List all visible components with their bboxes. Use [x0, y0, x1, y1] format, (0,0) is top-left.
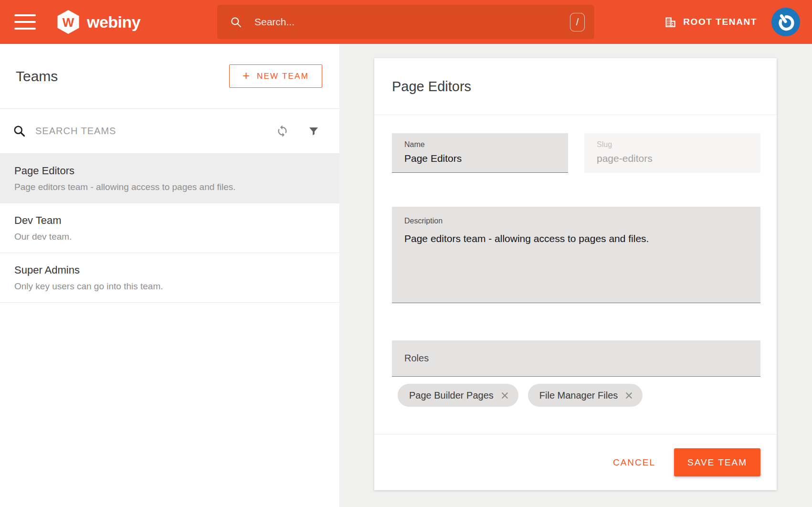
new-team-button[interactable]: + NEW TEAM — [229, 64, 322, 88]
tenant-label: ROOT TENANT — [683, 17, 757, 27]
tenant-selector[interactable]: ROOT TENANT — [664, 16, 757, 29]
global-search-input[interactable] — [217, 5, 594, 39]
description-field[interactable]: Description Page editors team - allowing… — [392, 207, 760, 303]
slug-field-value: page-editors — [597, 153, 760, 164]
form-title: Page Editors — [392, 79, 471, 95]
team-name: Dev Team — [14, 214, 325, 227]
teams-search-row — [0, 109, 339, 154]
topbar-right-cluster: ROOT TENANT — [664, 0, 800, 44]
search-shortcut-badge: / — [570, 13, 585, 32]
search-icon — [13, 125, 26, 137]
user-avatar[interactable] — [771, 8, 800, 36]
team-list-item-dev-team[interactable]: Dev Team Our dev team. — [0, 203, 339, 253]
roles-chips: Page Builder Pages File Manager Files — [392, 384, 760, 407]
description-field-label: Description — [404, 217, 760, 225]
description-field-value: Page editors team - allowing access to p… — [404, 233, 760, 244]
name-field-label: Name — [404, 140, 568, 149]
team-form-card: Page Editors Name Page Editors Slug page… — [374, 58, 777, 490]
form-footer: CANCEL SAVE TEAM — [374, 434, 777, 490]
teams-list-panel: Teams + NEW TEAM Page Editor — [0, 44, 339, 507]
refresh-button[interactable] — [276, 125, 289, 137]
chip-label: Page Builder Pages — [409, 390, 494, 401]
list-actions — [276, 125, 319, 137]
form-body: Name Page Editors Slug page-editors Desc… — [374, 133, 777, 407]
webiny-hexagon-icon: W — [56, 10, 80, 34]
slug-field: Slug page-editors — [584, 133, 760, 173]
name-field-value: Page Editors — [404, 153, 568, 164]
brand-wordmark: webiny — [87, 13, 140, 32]
webiny-logo: W webiny — [56, 10, 140, 34]
building-icon — [664, 16, 677, 29]
new-team-button-label: NEW TEAM — [257, 72, 309, 81]
filter-button[interactable] — [308, 126, 319, 137]
roles-field-label: Roles — [404, 353, 429, 364]
svg-text:W: W — [63, 15, 74, 30]
team-description: Our dev team. — [14, 232, 325, 242]
page-title: Teams — [16, 68, 58, 84]
remove-chip-icon[interactable] — [500, 391, 509, 400]
name-field[interactable]: Name Page Editors — [392, 133, 568, 173]
teams-search-input[interactable] — [34, 125, 276, 137]
teams-panel-header: Teams + NEW TEAM — [0, 44, 339, 109]
name-slug-row: Name Page Editors Slug page-editors — [392, 133, 760, 173]
team-name: Page Editors — [14, 165, 325, 177]
shortcut-key-label: / — [576, 17, 579, 28]
hamburger-menu-icon[interactable] — [14, 14, 36, 30]
search-icon — [230, 16, 242, 28]
team-list-item-super-admins[interactable]: Super Admins Only key users can go into … — [0, 253, 339, 303]
team-description: Only key users can go into this team. — [14, 281, 325, 292]
chip-label: File Manager Files — [539, 390, 618, 401]
team-details-area: Page Editors Name Page Editors Slug page… — [339, 44, 812, 507]
power-icon — [776, 12, 796, 32]
role-chip-page-builder-pages[interactable]: Page Builder Pages — [398, 384, 518, 407]
team-list-item-page-editors[interactable]: Page Editors Page editors team - allowin… — [0, 154, 339, 203]
remove-chip-icon[interactable] — [624, 391, 633, 400]
role-chip-file-manager-files[interactable]: File Manager Files — [528, 384, 643, 407]
global-search[interactable]: / — [217, 5, 594, 39]
teams-list: Page Editors Page editors team - allowin… — [0, 154, 339, 303]
save-team-button[interactable]: SAVE TEAM — [674, 448, 760, 476]
team-name: Super Admins — [14, 264, 325, 276]
form-header: Page Editors — [374, 58, 777, 115]
filter-icon — [308, 126, 319, 137]
team-description: Page editors team - allowing access to p… — [14, 182, 325, 192]
plus-icon: + — [243, 68, 250, 83]
slug-field-label: Slug — [597, 140, 760, 149]
roles-field[interactable]: Roles — [392, 340, 760, 377]
top-app-bar: W webiny / ROOT TENANT — [0, 0, 812, 44]
cancel-button[interactable]: CANCEL — [610, 457, 658, 468]
refresh-icon — [276, 125, 289, 137]
